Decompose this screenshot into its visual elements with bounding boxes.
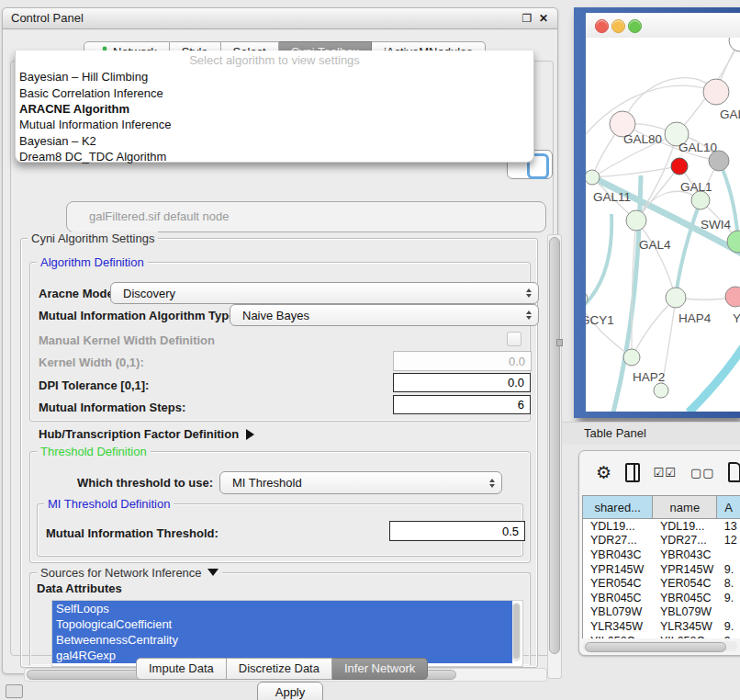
data-attribute-item[interactable]: TopologicalCoefficient [52,616,512,632]
mi-type-value: Naive Bayes [242,309,309,322]
control-panel-title: Control Panel [11,11,84,25]
network-canvas[interactable]: GALGAL80GAL10GAL1GAL11GAL4SWI4GCY1HAP4YH… [586,38,740,412]
tab-label: Impute Data [149,661,214,675]
table-row[interactable]: YBL079WYBL079W [583,605,740,620]
table-cell: 13 [717,519,740,534]
table-cell [717,548,740,562]
minimized-panel-icon[interactable] [6,684,23,698]
node-label: HAP4 [678,311,712,325]
columns-icon[interactable] [625,463,640,482]
table-cell: 8. [717,576,740,591]
algorithm-option[interactable]: Dream8 DC_TDC Algorithm [16,149,533,164]
spinner-icon [526,288,532,298]
algorithm-dropdown-placeholder: Select algorithm to view settings [16,51,533,69]
table-cell: YBL079W [583,605,653,620]
column-header[interactable]: shared... [583,496,653,519]
table-row[interactable]: YER054CYER054C8. [583,576,740,591]
mi-steps-input[interactable]: 6 [393,395,531,414]
float-window-icon[interactable]: ❐ [521,12,533,25]
data-attribute-item[interactable]: SelfLoops [52,601,512,616]
algorithm-dropdown-items: Bayesian – Hill ClimbingBasic Correlatio… [16,69,533,164]
table-row[interactable]: YPR145WYPR145W9. [583,562,740,577]
close-window-icon[interactable]: ✕ [537,12,550,25]
table-toolbar: ⚙ ☑☑ ▢▢ [579,451,740,493]
network-node[interactable] [623,349,640,366]
table-cell: YBR043C [653,548,717,562]
table-row[interactable]: YBR045CYBR045C9. [583,591,740,605]
table-row[interactable]: YLR345WYLR345W9. [583,619,740,634]
node-label: Y [733,311,740,325]
hub-definition-toggle[interactable]: Hub/Transcription Factor Definition [39,427,254,441]
network-node[interactable] [654,383,668,398]
node-table[interactable]: shared...nameA YDL19...YDL19...13YDR27..… [582,495,740,638]
table-cell: YIL052C [583,634,653,638]
scrollbar-thumb[interactable] [513,604,520,659]
network-node[interactable] [626,210,646,231]
mi-threshold-label: Mutual Information Threshold: [46,526,219,540]
kernel-width-input[interactable]: 0.0 [393,351,532,371]
which-threshold-combo[interactable]: MI Threshold [219,471,502,494]
gear-icon[interactable]: ⚙ [596,464,611,481]
algorithm-dropdown-list: Select algorithm to view settings Bayesi… [15,51,534,163]
tab-infer-network[interactable]: Infer Network [332,658,428,680]
algorithm-option[interactable]: Basic Correlation Inference [16,85,533,100]
network-node[interactable] [666,288,686,308]
network-node[interactable] [729,38,740,51]
table-horizontal-scrollbar[interactable] [583,641,737,651]
tab-label: Infer Network [344,661,415,675]
mi-type-combo[interactable]: Naive Bayes [230,304,539,326]
deselect-all-checkboxes-icon[interactable]: ▢▢ [690,466,715,480]
spinner-icon [526,310,532,320]
scrollbar-thumb[interactable] [549,237,560,654]
table-row[interactable]: YDR27...YDR27...12 [583,534,740,548]
table-panel-titlebar: Table Panel [562,422,740,445]
algorithm-option[interactable]: Bayesian – K2 [16,133,533,149]
network-node[interactable] [671,158,688,175]
mac-minimize-icon[interactable] [611,19,625,33]
table-cell: YPR145W [653,562,717,577]
group-title: MI Threshold Definition [44,497,174,511]
group-title: Cyni Algorithm Settings [28,231,158,245]
aracne-mode-combo[interactable]: Discovery [110,282,539,304]
column-header[interactable]: name [653,496,717,519]
mac-close-icon[interactable] [595,19,609,33]
node-label: GAL80 [623,132,662,146]
algorithm-option[interactable]: Bayesian – Hill Climbing [16,69,533,85]
control-panel-titlebar: Control Panel ❐ ✕ [3,8,557,29]
network-attributes-combo[interactable]: galFiltered.sif default node [66,201,546,232]
algorithm-option[interactable]: ARACNE Algorithm [16,101,533,117]
table-row[interactable]: YIL052CYIL052C9. [583,634,740,638]
mac-zoom-icon[interactable] [628,19,642,33]
network-node[interactable] [703,79,729,105]
table-cell: YBL079W [653,605,717,620]
tab-impute-data[interactable]: Impute Data [136,658,227,680]
function-builder-icon[interactable] [728,462,740,482]
splitter-handle[interactable] [556,339,563,346]
data-attribute-item[interactable]: BetweennessCentrality [52,632,512,648]
manual-kernel-checkbox[interactable] [507,332,521,346]
table-cell: YBR045C [583,591,653,605]
mi-threshold-input[interactable]: 0.5 [389,521,525,541]
table-row[interactable]: YBR043CYBR043C [583,548,740,562]
sources-toggle[interactable]: Sources for Network Inference [37,566,222,580]
table-cell: YDR27... [583,534,653,548]
network-node[interactable] [586,170,600,185]
algorithm-option[interactable]: Mutual Information Inference [16,117,533,132]
settings-vertical-scrollbar[interactable] [547,234,562,679]
table-cell: YBR043C [583,548,653,562]
network-node[interactable] [725,287,740,307]
scrollbar-thumb[interactable] [585,642,726,652]
network-window-titlebar[interactable] [586,13,740,39]
network-node[interactable] [691,191,710,209]
tab-discretize-data[interactable]: Discretize Data [227,658,332,680]
table-cell [717,605,740,620]
list-scrollbar[interactable] [512,603,521,661]
column-header[interactable]: A [717,496,740,519]
select-all-checkboxes-icon[interactable]: ☑☑ [654,466,677,480]
dpi-tolerance-input[interactable]: 0.0 [393,373,531,392]
apply-button[interactable]: Apply [257,682,323,700]
table-row[interactable]: YDL19...YDL19...13 [583,519,740,534]
which-threshold-label: Which threshold to use: [77,476,213,490]
table-cell: 9. [717,619,740,634]
spinner-icon [489,479,495,488]
